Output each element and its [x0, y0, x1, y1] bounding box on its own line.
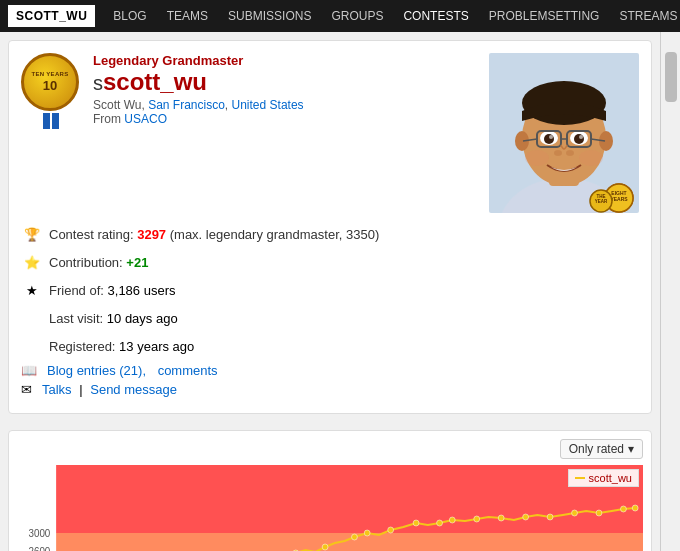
svg-text:3000: 3000	[29, 528, 51, 539]
svg-point-10	[574, 134, 584, 144]
legend-label: scott_wu	[589, 472, 632, 484]
svg-point-56	[352, 534, 358, 540]
svg-rect-30	[56, 533, 643, 551]
svg-point-60	[437, 520, 443, 526]
contest-rating-row: 🏆 Contest rating: 3297 (max. legendary g…	[21, 223, 639, 245]
svg-point-65	[547, 514, 553, 520]
badge-text: TEN YEARS	[32, 71, 69, 78]
comments-link[interactable]: comments	[158, 363, 218, 378]
chart-svg: 3000 2600 2400 2300 2100 1900 1600 1400 …	[17, 465, 643, 551]
only-rated-button[interactable]: Only rated ▾	[560, 439, 643, 459]
svg-point-21	[579, 150, 603, 166]
svg-point-20	[525, 150, 549, 166]
contest-rating-label: Contest rating:	[49, 227, 134, 242]
talks-icon: ✉	[21, 382, 32, 397]
stats-section: 🏆 Contest rating: 3297 (max. legendary g…	[21, 223, 639, 397]
contribution-value: +21	[126, 255, 148, 270]
badge-ribbon	[21, 113, 81, 129]
talks-row: ✉ Talks | Send message	[21, 382, 639, 397]
friend-value: 3,186 users	[108, 283, 176, 298]
chart-controls: Only rated ▾	[17, 439, 643, 459]
svg-point-58	[388, 527, 394, 533]
rating-chart: scott_wu	[17, 465, 643, 551]
username-text: scott_wu	[103, 68, 207, 95]
nav-submissions[interactable]: SUBMISSIONS	[218, 0, 321, 32]
talks-link[interactable]: Talks	[42, 382, 72, 397]
user-badge: TEN YEARS 10	[21, 53, 81, 113]
contest-rating-suffix: (max. legendary grandmaster, 3350)	[170, 227, 380, 242]
visit-icon	[21, 307, 43, 329]
rating-chart-card: Only rated ▾ scott_wu	[8, 430, 652, 551]
svg-point-18	[554, 150, 562, 156]
svg-point-67	[596, 510, 602, 516]
svg-point-69	[632, 505, 638, 511]
nav-problemsetting[interactable]: PROBLEMSETTING	[479, 0, 610, 32]
nav-teams[interactable]: TEAMS	[157, 0, 218, 32]
registered-row: Registered: 13 years ago	[21, 335, 639, 357]
svg-point-63	[498, 515, 504, 521]
svg-rect-29	[56, 465, 643, 533]
svg-point-66	[572, 510, 578, 516]
location: Scott Wu, San Francisco, United States	[93, 98, 477, 112]
svg-text:2600: 2600	[29, 546, 51, 551]
contribution-icon: ⭐	[21, 251, 43, 273]
profile-photo: EIGHT YEARS THE YEAR	[489, 53, 639, 213]
svg-point-57	[364, 530, 370, 536]
svg-text:YEAR: YEAR	[595, 199, 608, 204]
blog-link[interactable]: Blog entries (21),	[47, 363, 146, 378]
org-link-row: From USACO	[93, 112, 477, 126]
profile-card: TEN YEARS 10 Legendary Grandmaster sscot…	[8, 40, 652, 414]
username: sscott_wu	[93, 68, 477, 96]
contest-rating-value: 3297	[137, 227, 166, 242]
chart-legend: scott_wu	[568, 469, 639, 487]
top-navigation: SCOTT_WU BLOG TEAMS SUBMISSIONS GROUPS C…	[0, 0, 680, 32]
nav-groups[interactable]: GROUPS	[321, 0, 393, 32]
badge-years: 10	[43, 78, 57, 93]
svg-point-62	[474, 516, 480, 522]
svg-point-64	[523, 514, 529, 520]
scrollbar-thumb[interactable]	[665, 52, 677, 102]
friend-label: Friend of:	[49, 283, 104, 298]
nav-brand[interactable]: SCOTT_WU	[8, 5, 95, 27]
svg-point-9	[544, 134, 554, 144]
rank-title: Legendary Grandmaster	[93, 53, 477, 68]
only-rated-label: Only rated	[569, 442, 624, 456]
svg-text:YEARS: YEARS	[610, 196, 628, 202]
city-link[interactable]: San Francisco	[148, 98, 225, 112]
right-scrollbar[interactable]	[660, 32, 680, 551]
contest-icon: 🏆	[21, 223, 43, 245]
blog-row: 📖 Blog entries (21), comments	[21, 363, 639, 378]
nav-contests[interactable]: CONTESTS	[393, 0, 478, 32]
send-message-link[interactable]: Send message	[90, 382, 177, 397]
last-visit-label: Last visit:	[49, 311, 103, 326]
country-link[interactable]: United States	[232, 98, 304, 112]
friend-row: ★ Friend of: 3,186 users	[21, 279, 639, 301]
svg-point-11	[549, 135, 553, 139]
svg-point-12	[579, 135, 583, 139]
profile-photo-svg: EIGHT YEARS THE YEAR	[489, 53, 639, 213]
svg-point-68	[621, 506, 627, 512]
nav-streams[interactable]: STREAMS	[609, 0, 680, 32]
registered-label: Registered:	[49, 339, 115, 354]
friend-icon: ★	[21, 279, 43, 301]
legend-line-icon	[575, 477, 585, 479]
contribution-label: Contribution:	[49, 255, 123, 270]
contribution-row: ⭐ Contribution: +21	[21, 251, 639, 273]
registered-icon	[21, 335, 43, 357]
svg-point-55	[322, 544, 328, 550]
org-link[interactable]: USACO	[124, 112, 167, 126]
nav-blog[interactable]: BLOG	[103, 0, 156, 32]
last-visit-row: Last visit: 10 days ago	[21, 307, 639, 329]
svg-point-59	[413, 520, 419, 526]
profile-info: Legendary Grandmaster sscott_wu Scott Wu…	[93, 53, 477, 213]
blog-icon: 📖	[21, 363, 37, 378]
last-visit-value: 10 days ago	[107, 311, 178, 326]
svg-point-61	[449, 517, 455, 523]
svg-point-19	[566, 150, 574, 156]
registered-value: 13 years ago	[119, 339, 194, 354]
dropdown-arrow-icon: ▾	[628, 442, 634, 456]
